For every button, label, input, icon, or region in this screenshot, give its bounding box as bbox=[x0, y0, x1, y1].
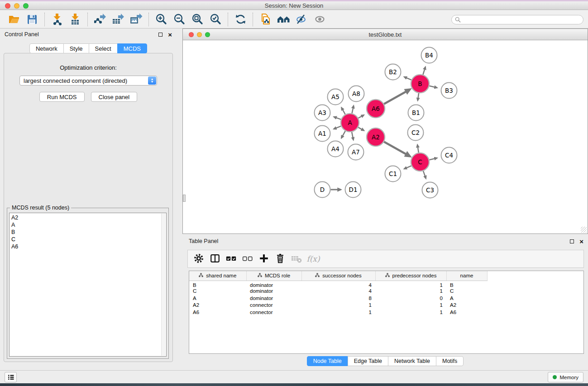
export-network-button[interactable] bbox=[93, 12, 107, 27]
graph-edge-A6-B[interactable] bbox=[384, 90, 410, 104]
graph-node-A8[interactable]: A8 bbox=[349, 86, 364, 102]
graph-node-D1[interactable]: D1 bbox=[345, 182, 361, 198]
hide-selected-button[interactable] bbox=[294, 12, 309, 27]
column-header-shared_name[interactable]: shared name bbox=[189, 271, 246, 281]
memory-button[interactable]: Memory bbox=[548, 372, 583, 382]
graph-edge-A-A3[interactable] bbox=[334, 117, 341, 119]
cell-predecessor[interactable]: 1 bbox=[375, 288, 446, 295]
export-image-button[interactable] bbox=[129, 12, 143, 27]
tab-mcds[interactable]: MCDS bbox=[117, 43, 147, 53]
delete-columns-button[interactable] bbox=[273, 252, 287, 266]
optimization-criterion-select[interactable]: largest connected component (directed) ▲… bbox=[19, 76, 157, 86]
cell-predecessor[interactable]: 0 bbox=[375, 295, 446, 302]
graph-node-A[interactable]: A bbox=[341, 114, 359, 132]
show-all-button[interactable] bbox=[312, 12, 327, 27]
cell-shared_name[interactable]: A2 bbox=[189, 302, 246, 309]
network-close-light[interactable] bbox=[189, 32, 194, 37]
graph-node-C3[interactable]: C3 bbox=[422, 182, 438, 198]
graph-node-A3[interactable]: A3 bbox=[315, 105, 330, 121]
graph-edge-A-A6[interactable] bbox=[358, 115, 363, 118]
zoom-fit-button[interactable] bbox=[190, 12, 205, 27]
cell-shared_name[interactable]: C bbox=[189, 288, 246, 295]
create-column-button[interactable] bbox=[257, 252, 271, 266]
splitter-grip[interactable] bbox=[183, 195, 186, 202]
cell-name[interactable]: A bbox=[446, 295, 487, 302]
new-network-from-selection-button[interactable] bbox=[258, 12, 272, 27]
zoom-selected-button[interactable] bbox=[208, 12, 223, 27]
graph-node-D[interactable]: D bbox=[315, 182, 330, 198]
cell-mcds_role[interactable]: dominator bbox=[246, 281, 301, 288]
graph-node-B1[interactable]: B1 bbox=[408, 105, 424, 121]
graph-node-C[interactable]: C bbox=[411, 153, 429, 171]
cell-predecessor[interactable]: 1 bbox=[375, 302, 446, 309]
cell-successor[interactable]: 1 bbox=[301, 302, 375, 309]
network-window-titlebar[interactable]: testGlobe.txt bbox=[183, 29, 588, 40]
cell-shared_name[interactable]: A6 bbox=[189, 309, 246, 316]
cell-mcds_role[interactable]: connector bbox=[246, 309, 301, 316]
float-panel-icon[interactable] bbox=[158, 33, 163, 37]
graph-edge-C-C3[interactable] bbox=[423, 171, 426, 178]
cell-name[interactable]: A6 bbox=[446, 309, 487, 316]
graph-node-A1[interactable]: A1 bbox=[315, 126, 330, 142]
graph-edge-A-A8[interactable] bbox=[352, 106, 354, 114]
column-header-predecessor[interactable]: predecessor nodes bbox=[375, 271, 446, 281]
window-resize-grip[interactable] bbox=[581, 227, 587, 233]
cell-shared_name[interactable]: A bbox=[189, 295, 246, 302]
cell-predecessor[interactable]: 1 bbox=[375, 281, 446, 288]
cell-predecessor[interactable]: 1 bbox=[375, 309, 446, 316]
graph-node-A5[interactable]: A5 bbox=[328, 89, 344, 105]
graph-node-B[interactable]: B bbox=[411, 75, 429, 93]
mcds-result-item[interactable]: B bbox=[11, 229, 160, 236]
export-table-button[interactable] bbox=[111, 12, 125, 27]
search-input[interactable] bbox=[451, 15, 583, 24]
tab-network-table[interactable]: Network Table bbox=[388, 356, 436, 366]
table-close-panel-icon[interactable]: × bbox=[579, 239, 583, 243]
column-header-mcds_role[interactable]: MCDS role bbox=[246, 271, 301, 281]
close-panel-icon[interactable]: × bbox=[168, 33, 172, 37]
task-history-button[interactable] bbox=[5, 372, 17, 382]
tab-style[interactable]: Style bbox=[63, 43, 89, 53]
table-row[interactable]: Cdominator41C bbox=[189, 288, 583, 295]
graph-node-C2[interactable]: C2 bbox=[408, 125, 424, 141]
table-float-panel-icon[interactable] bbox=[570, 239, 574, 243]
save-session-button[interactable] bbox=[25, 12, 39, 27]
tab-motifs[interactable]: Motifs bbox=[436, 356, 464, 366]
select-all-button[interactable] bbox=[224, 252, 239, 266]
network-canvas[interactable]: B4B2BB3A5A8A6B1A3AC2A1A2A4A7C4CC1C3DD1 bbox=[183, 41, 588, 234]
graph-edge-A-A1[interactable] bbox=[334, 126, 341, 129]
graph-edge-C-C1[interactable] bbox=[404, 166, 411, 169]
graph-node-A4[interactable]: A4 bbox=[328, 141, 344, 157]
table-row[interactable]: Adominator80A bbox=[189, 295, 583, 302]
cell-name[interactable]: B bbox=[446, 281, 487, 288]
cell-successor[interactable]: 4 bbox=[301, 281, 375, 288]
import-network-button[interactable] bbox=[50, 12, 64, 27]
cell-successor[interactable]: 4 bbox=[301, 288, 375, 295]
graph-node-C4[interactable]: C4 bbox=[441, 148, 457, 163]
tab-network[interactable]: Network bbox=[29, 43, 64, 53]
close-panel-button[interactable]: Close panel bbox=[91, 92, 138, 102]
cell-name[interactable]: C bbox=[446, 288, 487, 295]
graph-edge-C-C4[interactable] bbox=[429, 158, 437, 160]
mcds-result-item[interactable]: A6 bbox=[11, 243, 160, 250]
mcds-result-item[interactable]: A2 bbox=[11, 214, 160, 221]
mcds-result-item[interactable]: C bbox=[11, 236, 160, 243]
graph-node-A6[interactable]: A6 bbox=[367, 100, 385, 118]
graph-node-A2[interactable]: A2 bbox=[367, 128, 385, 146]
import-table-button[interactable] bbox=[68, 12, 82, 27]
table-row[interactable]: A6connector11A6 bbox=[189, 309, 583, 316]
mcds-result-list[interactable]: A2ABCA6 bbox=[9, 213, 167, 357]
column-header-successor[interactable]: successor nodes bbox=[301, 271, 375, 281]
graph-node-B4[interactable]: B4 bbox=[421, 48, 437, 63]
graph-edge-A-A7[interactable] bbox=[352, 132, 354, 140]
zoom-out-button[interactable] bbox=[172, 12, 186, 27]
table-row[interactable]: Bdominator41B bbox=[189, 281, 583, 288]
refresh-view-button[interactable] bbox=[233, 12, 248, 27]
table-mode-gear-button[interactable] bbox=[191, 252, 206, 266]
open-session-button[interactable] bbox=[7, 12, 21, 27]
cell-mcds_role[interactable]: connector bbox=[246, 302, 301, 309]
graph-edge-A2-C[interactable] bbox=[384, 142, 410, 156]
graph-node-C1[interactable]: C1 bbox=[385, 166, 401, 182]
network-minimize-light[interactable] bbox=[197, 32, 202, 37]
graph-node-B2[interactable]: B2 bbox=[385, 64, 401, 80]
graph-edge-A-A2[interactable] bbox=[358, 127, 364, 130]
